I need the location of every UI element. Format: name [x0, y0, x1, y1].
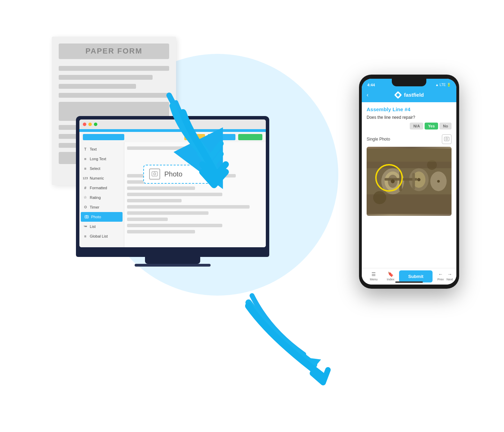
photo-drag-box[interactable]: Photo ↖	[143, 165, 219, 184]
phone-machine-image	[367, 147, 452, 216]
laptop: T Text ≡ Long Text ≡ Select 123	[76, 116, 269, 267]
tab-blue2	[208, 134, 235, 140]
laptop-sidebar: T Text ≡ Long Text ≡ Select 123	[79, 142, 124, 247]
phone-question: Does the line need repair?	[367, 115, 452, 120]
sidebar-item-formatted[interactable]: # Formatted	[79, 183, 124, 193]
content-line	[127, 224, 222, 227]
list-icon: ≔	[83, 224, 88, 229]
fastfield-logo: fastfield	[394, 91, 424, 99]
svg-point-11	[446, 138, 448, 140]
paper-form-title: PAPER FORM	[59, 44, 169, 59]
cursor-icon: ↖	[217, 174, 222, 181]
laptop-content: Photo ↖	[124, 142, 266, 247]
index-nav-item[interactable]: 🔖 Index	[382, 271, 399, 281]
no-button[interactable]: No	[439, 123, 452, 129]
content-line	[127, 230, 195, 233]
phone-home-indicator	[395, 281, 423, 283]
photo-icon	[84, 214, 89, 219]
sidebar-item-label: List	[90, 224, 96, 229]
sidebar-item-label: Select	[90, 166, 100, 171]
timer-icon: ⊙	[83, 205, 88, 210]
sidebar-item-label: Timer	[90, 205, 99, 209]
laptop-tab-bar	[79, 132, 266, 142]
sidebar-item-photo[interactable]: Photo	[81, 212, 123, 222]
na-button[interactable]: N/A	[410, 123, 423, 129]
content-line	[127, 218, 168, 221]
photo-drag-label: Photo	[164, 170, 182, 178]
next-nav-item[interactable]: → Next	[446, 271, 453, 281]
svg-point-25	[417, 178, 420, 181]
phone-photo-section: Single Photo	[367, 134, 452, 144]
phone-screen: 4:44 ▲ LTE 🔋 ‹ fastfield Assembly Line #…	[362, 79, 456, 285]
phone-form-title: Assembly Line #4	[367, 106, 452, 112]
phone-time: 4:44	[367, 83, 375, 87]
tab-yellow	[184, 134, 205, 140]
nav-arrows: ← Prev → Next	[433, 271, 453, 281]
svg-point-6	[154, 173, 156, 175]
sidebar-item-rating[interactable]: ☆ Rating	[79, 193, 124, 202]
prev-label: Prev	[437, 278, 444, 281]
rating-icon: ☆	[83, 195, 88, 200]
svg-rect-4	[86, 215, 87, 216]
sidebar-item-select[interactable]: ≡ Select	[79, 164, 124, 173]
content-line	[127, 193, 222, 196]
dot-yellow	[88, 123, 92, 126]
yes-button[interactable]: Yes	[425, 123, 438, 129]
next-label: Next	[446, 278, 453, 281]
scene: PAPER FORM	[45, 26, 459, 406]
sidebar-item-label: Numeric	[90, 176, 104, 180]
sidebar-item-list[interactable]: ≔ List	[79, 222, 124, 231]
photo-icon	[149, 169, 160, 180]
sidebar-item-text[interactable]: T Text	[79, 144, 124, 154]
svg-point-27	[373, 191, 386, 204]
sidebar-item-label: Global List	[90, 234, 108, 238]
submit-button[interactable]: Submit	[399, 270, 433, 282]
select-icon: ≡	[83, 166, 88, 171]
text-icon: T	[83, 147, 88, 152]
dot-green	[94, 123, 97, 126]
brand-name: fastfield	[404, 92, 424, 98]
phone-photo-add-icon[interactable]	[442, 134, 452, 144]
sidebar-item-label: Long Text	[90, 157, 106, 161]
phone-back-button[interactable]: ‹	[367, 92, 368, 98]
sidebar-item-numeric[interactable]: 123 Numeric	[79, 173, 124, 183]
svg-rect-29	[367, 148, 452, 162]
menu-nav-item[interactable]: ☰ Menu	[365, 271, 382, 281]
prev-nav-item[interactable]: ← Prev	[437, 271, 444, 281]
prev-icon: ←	[438, 271, 443, 277]
index-icon: 🔖	[388, 271, 394, 277]
laptop-base	[76, 251, 269, 257]
svg-rect-23	[412, 173, 415, 189]
index-label: Index	[387, 278, 394, 281]
paper-line	[59, 84, 136, 89]
svg-rect-5	[152, 172, 157, 176]
sidebar-item-longtext[interactable]: ≡ Long Text	[79, 154, 124, 164]
sidebar-item-label: Text	[90, 147, 97, 151]
sidebar-item-label: Photo	[91, 215, 101, 219]
sidebar-item-globallist[interactable]: ≡ Global List	[79, 231, 124, 241]
laptop-blue-bar	[79, 129, 266, 132]
fastfield-diamond-icon	[394, 91, 402, 99]
globallist-icon: ≡	[83, 234, 88, 239]
phone: 4:44 ▲ LTE 🔋 ‹ fastfield Assembly Line #…	[359, 75, 459, 289]
paper-line	[59, 93, 169, 98]
yellow-annotation-circle	[375, 164, 403, 192]
phone-photo-label: Single Photo	[367, 137, 390, 142]
sidebar-item-timer[interactable]: ⊙ Timer	[79, 202, 124, 212]
content-line	[127, 186, 195, 190]
dot-red	[83, 123, 86, 126]
svg-rect-12	[446, 137, 447, 137]
paper-line	[59, 66, 169, 71]
content-line	[127, 205, 250, 209]
svg-rect-10	[444, 137, 449, 141]
laptop-screen-inner: T Text ≡ Long Text ≡ Select 123	[79, 119, 266, 247]
menu-label: Menu	[370, 278, 378, 281]
sidebar-item-label: Rating	[90, 195, 101, 200]
svg-rect-2	[85, 215, 88, 218]
phone-signal: ▲ LTE 🔋	[435, 83, 451, 87]
phone-answer-buttons: N/A Yes No	[367, 123, 452, 129]
svg-point-26	[437, 180, 440, 183]
longtext-icon: ≡	[83, 156, 88, 161]
menu-icon: ☰	[371, 271, 376, 277]
content-line	[127, 199, 182, 202]
